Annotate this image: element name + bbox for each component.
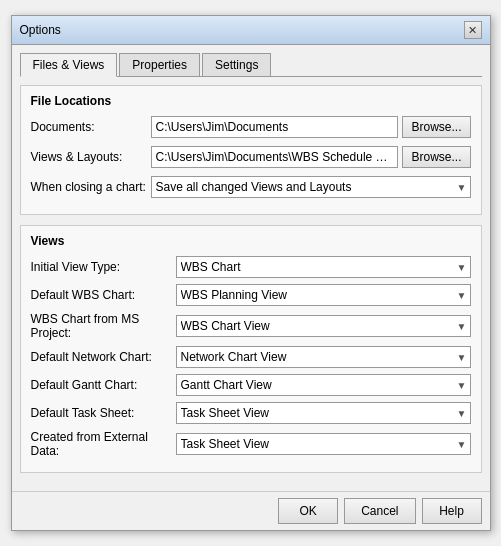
created-external-select[interactable]: Task Sheet View: [176, 433, 471, 455]
dialog-title: Options: [20, 23, 61, 37]
tab-properties[interactable]: Properties: [119, 53, 200, 76]
views-title: Views: [31, 234, 471, 248]
default-network-wrapper: Network Chart View ▼: [176, 346, 471, 368]
initial-view-wrapper: WBS Chart ▼: [176, 256, 471, 278]
default-gantt-row: Default Gantt Chart: Gantt Chart View ▼: [31, 374, 471, 396]
documents-label: Documents:: [31, 120, 151, 134]
wbs-from-ms-label: WBS Chart from MS Project:: [31, 312, 176, 340]
when-closing-label: When closing a chart:: [31, 180, 151, 194]
file-locations-title: File Locations: [31, 94, 471, 108]
views-layouts-row: Views & Layouts: Browse...: [31, 146, 471, 168]
default-network-row: Default Network Chart: Network Chart Vie…: [31, 346, 471, 368]
when-closing-select[interactable]: Save all changed Views and Layouts: [151, 176, 471, 198]
created-external-label: Created from External Data:: [31, 430, 176, 458]
documents-row: Documents: Browse...: [31, 116, 471, 138]
views-layouts-browse-button[interactable]: Browse...: [402, 146, 470, 168]
cancel-button[interactable]: Cancel: [344, 498, 415, 524]
wbs-from-ms-wrapper: WBS Chart View ▼: [176, 315, 471, 337]
default-wbs-row: Default WBS Chart: WBS Planning View ▼: [31, 284, 471, 306]
window-body: Files & Views Properties Settings File L…: [12, 45, 490, 491]
documents-input[interactable]: [151, 116, 399, 138]
dialog-footer: OK Cancel Help: [12, 491, 490, 530]
default-gantt-select[interactable]: Gantt Chart View: [176, 374, 471, 396]
wbs-from-ms-select[interactable]: WBS Chart View: [176, 315, 471, 337]
when-closing-row: When closing a chart: Save all changed V…: [31, 176, 471, 198]
title-bar: Options ✕: [12, 16, 490, 45]
default-task-row: Default Task Sheet: Task Sheet View ▼: [31, 402, 471, 424]
tab-bar: Files & Views Properties Settings: [20, 53, 482, 77]
views-layouts-label: Views & Layouts:: [31, 150, 151, 164]
help-button[interactable]: Help: [422, 498, 482, 524]
default-wbs-select[interactable]: WBS Planning View: [176, 284, 471, 306]
default-task-label: Default Task Sheet:: [31, 406, 176, 420]
views-section: Views Initial View Type: WBS Chart ▼ Def…: [20, 225, 482, 473]
views-layouts-input[interactable]: [151, 146, 399, 168]
created-external-wrapper: Task Sheet View ▼: [176, 433, 471, 455]
default-gantt-wrapper: Gantt Chart View ▼: [176, 374, 471, 396]
wbs-from-ms-row: WBS Chart from MS Project: WBS Chart Vie…: [31, 312, 471, 340]
tab-files-views[interactable]: Files & Views: [20, 53, 118, 77]
default-wbs-label: Default WBS Chart:: [31, 288, 176, 302]
file-locations-section: File Locations Documents: Browse... View…: [20, 85, 482, 215]
default-task-wrapper: Task Sheet View ▼: [176, 402, 471, 424]
ok-button[interactable]: OK: [278, 498, 338, 524]
initial-view-select[interactable]: WBS Chart: [176, 256, 471, 278]
close-button[interactable]: ✕: [464, 21, 482, 39]
tab-settings[interactable]: Settings: [202, 53, 271, 76]
created-external-row: Created from External Data: Task Sheet V…: [31, 430, 471, 458]
default-gantt-label: Default Gantt Chart:: [31, 378, 176, 392]
initial-view-label: Initial View Type:: [31, 260, 176, 274]
default-wbs-wrapper: WBS Planning View ▼: [176, 284, 471, 306]
default-task-select[interactable]: Task Sheet View: [176, 402, 471, 424]
documents-browse-button[interactable]: Browse...: [402, 116, 470, 138]
default-network-select[interactable]: Network Chart View: [176, 346, 471, 368]
default-network-label: Default Network Chart:: [31, 350, 176, 364]
when-closing-wrapper: Save all changed Views and Layouts ▼: [151, 176, 471, 198]
options-dialog: Options ✕ Files & Views Properties Setti…: [11, 15, 491, 531]
initial-view-row: Initial View Type: WBS Chart ▼: [31, 256, 471, 278]
